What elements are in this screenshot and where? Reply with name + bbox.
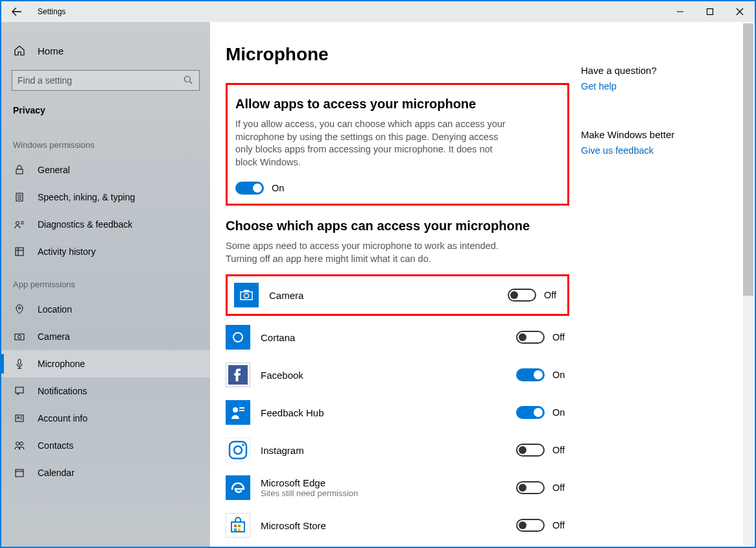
- sidebar-item-label: Contacts: [38, 440, 73, 451]
- app-icon-feedback-hub: [226, 400, 250, 425]
- sidebar-item-contacts[interactable]: Contacts: [1, 432, 210, 459]
- app-toggle-edge[interactable]: [516, 481, 545, 494]
- svg-rect-26: [16, 470, 23, 477]
- svg-point-25: [20, 442, 23, 446]
- app-toggle-state: Off: [552, 482, 569, 493]
- app-toggle-facebook[interactable]: [516, 368, 545, 381]
- arrow-left-icon: [12, 6, 22, 17]
- minimize-icon: [676, 8, 684, 16]
- feedback-icon: [13, 218, 26, 231]
- app-toggle-store[interactable]: [516, 519, 545, 532]
- svg-rect-39: [234, 525, 237, 527]
- app-toggle-state: On: [552, 370, 569, 380]
- sidebar-item-location[interactable]: Location: [1, 296, 210, 323]
- sidebar-home[interactable]: Home: [1, 38, 210, 64]
- app-icon-instagram: [226, 438, 250, 462]
- search-icon: [183, 75, 194, 86]
- sidebar-item-account-info[interactable]: Account info: [1, 405, 210, 432]
- svg-rect-40: [238, 525, 241, 527]
- contacts-icon: [13, 439, 26, 452]
- app-row-facebook: Facebook On: [226, 360, 569, 390]
- app-name: Microsoft Store: [261, 520, 516, 531]
- content-area: Home Privacy Windows permissions General…: [1, 22, 755, 548]
- sidebar-item-label: Microphone: [38, 359, 85, 369]
- search-input[interactable]: [18, 75, 183, 86]
- minimize-button[interactable]: [665, 1, 695, 22]
- sidebar-home-label: Home: [38, 45, 64, 56]
- main-content: Microphone Allow apps to access your mic…: [210, 22, 755, 548]
- feedback-link[interactable]: Give us feedback: [581, 145, 674, 156]
- app-icon-facebook: [226, 363, 250, 387]
- sidebar-item-label: Location: [38, 304, 72, 315]
- app-toggle-camera[interactable]: [508, 289, 536, 302]
- group-header-app-permissions: App permissions: [1, 265, 210, 296]
- app-name: Facebook: [261, 370, 516, 381]
- sidebar-item-label: Account info: [38, 413, 88, 423]
- svg-point-33: [233, 407, 238, 412]
- app-row-cortana: Cortana Off: [226, 322, 569, 352]
- history-icon: [13, 245, 26, 258]
- get-help-link[interactable]: Get help: [581, 81, 674, 91]
- sidebar-item-calendar[interactable]: Calendar: [1, 459, 210, 486]
- close-icon: [736, 8, 744, 16]
- feedback-title: Make Windows better: [581, 129, 674, 140]
- app-icon-store: [226, 513, 250, 538]
- app-toggle-cortana[interactable]: [516, 331, 545, 344]
- search-box[interactable]: [12, 70, 200, 91]
- location-icon: [13, 303, 26, 316]
- svg-point-37: [234, 446, 242, 454]
- app-row-edge: Microsoft Edge Sites still need permissi…: [226, 473, 569, 503]
- lock-icon: [13, 163, 26, 176]
- sidebar-item-label: Camera: [38, 331, 70, 342]
- sidebar-item-speech[interactable]: Speech, inking, & typing: [1, 184, 210, 211]
- camera-icon: [13, 330, 26, 343]
- account-icon: [13, 412, 26, 425]
- section1-desc: If you allow access, you can choose whic…: [235, 118, 514, 169]
- master-toggle-label: On: [272, 183, 284, 193]
- app-toggle-feedback-hub[interactable]: [516, 406, 545, 419]
- app-icon-cortana: [226, 325, 250, 350]
- svg-rect-35: [239, 410, 244, 411]
- section2-title: Choose which apps can access your microp…: [226, 219, 569, 233]
- svg-rect-20: [16, 415, 23, 422]
- svg-rect-16: [15, 334, 24, 340]
- page-title: Microphone: [226, 44, 569, 65]
- sidebar-item-label: Activity history: [38, 246, 95, 257]
- maximize-button[interactable]: [695, 1, 725, 22]
- sidebar-item-microphone[interactable]: Microphone: [1, 350, 210, 377]
- back-button[interactable]: [1, 1, 32, 22]
- svg-point-21: [18, 417, 19, 419]
- svg-point-31: [233, 333, 242, 342]
- sidebar-item-diagnostics[interactable]: Diagnostics & feedback: [1, 211, 210, 238]
- svg-point-24: [16, 442, 19, 446]
- sidebar-item-general[interactable]: General: [1, 156, 210, 184]
- svg-point-11: [16, 222, 19, 225]
- highlight-box-master: Allow apps to access your microphone If …: [226, 83, 569, 206]
- svg-rect-30: [244, 290, 249, 292]
- app-toggle-instagram[interactable]: [516, 444, 545, 457]
- right-column: Have a question? Get help Make Windows b…: [581, 44, 674, 548]
- help-title: Have a question?: [581, 65, 674, 76]
- svg-rect-19: [16, 387, 23, 393]
- scrollbar-thumb[interactable]: [743, 23, 753, 296]
- master-toggle-row: On: [235, 182, 560, 195]
- master-toggle[interactable]: [235, 182, 264, 195]
- sidebar-item-activity[interactable]: Activity history: [1, 238, 210, 265]
- app-row-instagram: Instagram Off: [226, 435, 569, 465]
- svg-point-38: [242, 444, 244, 447]
- app-toggle-state: Off: [552, 332, 569, 342]
- close-button[interactable]: [725, 1, 755, 22]
- sidebar-item-notifications[interactable]: Notifications: [1, 377, 210, 405]
- svg-point-15: [19, 307, 21, 309]
- svg-rect-41: [234, 529, 237, 531]
- notifications-icon: [13, 385, 26, 398]
- app-icon-camera: [234, 283, 259, 307]
- app-name: Camera: [269, 290, 508, 301]
- svg-rect-12: [16, 248, 23, 256]
- sidebar-category: Privacy: [1, 100, 210, 126]
- highlight-box-camera: Camera Off: [226, 274, 569, 316]
- sidebar-item-camera[interactable]: Camera: [1, 323, 210, 350]
- sidebar-item-label: Diagnostics & feedback: [38, 219, 132, 230]
- maximize-icon: [706, 8, 714, 16]
- app-toggle-state: Off: [552, 520, 569, 530]
